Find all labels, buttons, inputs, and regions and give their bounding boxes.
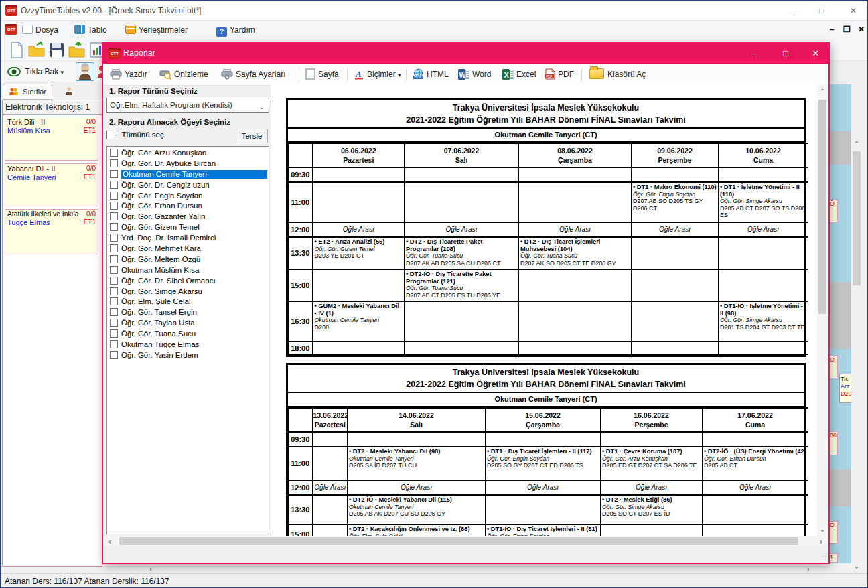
teacher-checkbox[interactable] bbox=[110, 266, 118, 274]
teacher-checkbox[interactable] bbox=[110, 234, 118, 242]
tikla-bak-button[interactable]: Tıkla Bak ▾ bbox=[5, 63, 69, 80]
preview-horizontal-scrollbar[interactable]: ‹ › bbox=[103, 536, 828, 546]
dialog-titlebar[interactable]: OTT Raporlar – □ ✕ bbox=[103, 44, 828, 64]
teacher-list-item[interactable]: Öğr. Gör. Erhan Dursun bbox=[107, 201, 269, 212]
teacher-list-item[interactable]: Öğr. Gör. Gazanfer Yalın bbox=[107, 212, 269, 222]
menu-yerlestirmeler[interactable]: Yerleştirmeler bbox=[125, 23, 188, 37]
teacher-checkbox[interactable] bbox=[110, 297, 118, 305]
teacher-list-item[interactable]: Öğr. Gör. Taylan Usta bbox=[107, 318, 269, 329]
teacher-list-item[interactable]: Öğr. Gör. Meltem Özgü bbox=[107, 254, 269, 265]
scrollbar-thumb[interactable] bbox=[818, 100, 826, 314]
excel-export-button[interactable]: XExcel bbox=[502, 66, 536, 83]
scroll-right-icon[interactable]: › bbox=[804, 565, 812, 573]
scroll-up-icon[interactable]: ⌃ bbox=[851, 140, 862, 147]
html-export-button[interactable]: HTMLHTML bbox=[413, 66, 449, 83]
teacher-checkbox[interactable] bbox=[110, 319, 118, 327]
scroll-right-icon[interactable]: › bbox=[818, 537, 824, 546]
report-type-select[interactable]: Öğr.Elm. Haftalık Program (Kendisi)⌄ bbox=[106, 98, 269, 113]
save-icon[interactable] bbox=[48, 41, 66, 59]
minimize-button[interactable]: — bbox=[786, 6, 798, 15]
course-card[interactable]: Türk Dili - II0/0 Müslüm KısaET1 bbox=[5, 117, 98, 161]
teacher-list-item[interactable]: Öğr. Gör. Dr. Aybüke Bircan bbox=[107, 159, 269, 169]
teacher-checkbox[interactable] bbox=[110, 340, 118, 348]
html-icon: HTML bbox=[413, 68, 424, 80]
word-export-button[interactable]: WWord bbox=[458, 66, 491, 83]
pdf-export-button[interactable]: PDFPDF bbox=[545, 66, 574, 83]
open-folder-icon[interactable] bbox=[27, 41, 46, 59]
page-setup-button[interactable]: Sayfa Ayarları bbox=[221, 66, 285, 83]
maximize-button[interactable]: □ bbox=[816, 6, 828, 15]
teacher-list-item[interactable]: Öğr. Gör. Dr. Sibel Ormancı bbox=[107, 276, 269, 287]
teacher-list-item[interactable]: Öğr. Gör. Yasin Erdem bbox=[107, 350, 269, 361]
tab-ogretim-elemanlari[interactable]: Öğretim El bbox=[60, 84, 102, 100]
mdi-restore-button[interactable]: ❐ bbox=[843, 25, 851, 34]
teacher-listbox[interactable]: Öğr. Gör. Arzu KonuşkanÖğr. Gör. Dr. Ayb… bbox=[106, 146, 269, 534]
teacher-checkbox[interactable] bbox=[110, 244, 118, 252]
close-button[interactable]: ✕ bbox=[847, 6, 859, 15]
teacher-list-item[interactable]: Öğr. Gör. Tansel Ergin bbox=[107, 307, 269, 318]
teacher-checkbox[interactable] bbox=[110, 181, 118, 189]
scrollbar-thumb[interactable] bbox=[119, 537, 798, 545]
teacher-list-item[interactable]: Yrd. Doç. Dr. İsmail Demirci bbox=[107, 233, 269, 244]
invert-selection-button[interactable]: Tersle bbox=[236, 129, 268, 143]
open-folder-button[interactable]: Klasörü Aç bbox=[589, 66, 646, 83]
teacher-list-item[interactable]: Öğr. Gör. Mehmet Kara bbox=[107, 244, 269, 254]
teacher-checkbox[interactable] bbox=[110, 255, 118, 263]
preview-button[interactable]: Önizleme bbox=[159, 66, 208, 83]
teacher-list-item[interactable]: Okutman Müslüm Kısa bbox=[107, 265, 269, 276]
teacher-list-item[interactable]: Öğr. Gör. Engin Soydan bbox=[107, 191, 269, 202]
page-button[interactable]: Sayfa bbox=[305, 66, 339, 83]
dialog-minimize-button[interactable]: – bbox=[746, 48, 761, 59]
menu-tablo[interactable]: Tablo bbox=[74, 23, 107, 37]
scroll-up-icon[interactable]: ⌃ bbox=[817, 88, 828, 95]
scroll-down-icon[interactable]: ⌄ bbox=[851, 563, 862, 570]
preview-vertical-scrollbar[interactable]: ⌃ ⌄ bbox=[817, 85, 828, 536]
teacher-view-button[interactable] bbox=[76, 62, 94, 81]
mdi-close-button[interactable]: ✕ bbox=[858, 25, 865, 34]
teacher-list-item[interactable]: Öğr. Elm. Şule Celal bbox=[107, 297, 269, 307]
teacher-checkbox[interactable] bbox=[110, 192, 118, 200]
scroll-left-icon[interactable]: ‹ bbox=[147, 565, 155, 573]
mdi-minimize-button[interactable]: – bbox=[830, 25, 835, 34]
course-card[interactable]: Yabancı Dil - II0/0 Cemile TanyeriET1 bbox=[5, 163, 98, 206]
resize-grip[interactable]: .:: bbox=[820, 554, 826, 561]
menu-dosya[interactable]: Dosya bbox=[22, 23, 58, 37]
teacher-checkbox[interactable] bbox=[110, 159, 118, 167]
teacher-checkbox[interactable] bbox=[110, 170, 118, 178]
teacher-list-item[interactable]: Okutman Cemile Tanyeri bbox=[107, 169, 269, 180]
print-preview-icon bbox=[159, 69, 171, 80]
course-card[interactable]: Atatürk İlkeleri ve İnkıla0/0 Tuğçe Elma… bbox=[5, 209, 98, 254]
teacher-checkbox[interactable] bbox=[110, 223, 118, 231]
new-file-icon[interactable] bbox=[7, 41, 25, 59]
teacher-list-item[interactable]: Okutman Tuğçe Elmas bbox=[107, 340, 269, 350]
teacher-checkbox[interactable] bbox=[110, 351, 118, 359]
select-all-checkbox[interactable] bbox=[106, 131, 115, 139]
formats-button[interactable]: ABiçimler ▾ bbox=[354, 66, 401, 83]
dialog-close-button[interactable]: ✕ bbox=[808, 48, 823, 59]
mdi-horizontal-scrollbar[interactable]: ‹ › bbox=[144, 563, 831, 573]
mdi-app-icon[interactable]: OTT bbox=[5, 24, 17, 35]
teacher-checkbox[interactable] bbox=[110, 308, 118, 316]
teacher-checkbox[interactable] bbox=[110, 329, 118, 338]
teacher-checkbox[interactable] bbox=[110, 287, 118, 295]
dialog-maximize-button[interactable]: □ bbox=[778, 48, 793, 59]
print-button[interactable]: Yazdır bbox=[110, 66, 147, 83]
teacher-list-item[interactable]: Öğr. Gör. Dr. Cengiz uzun bbox=[107, 180, 269, 191]
tab-siniflar[interactable]: Sınıflar bbox=[3, 84, 52, 100]
teacher-list-item[interactable]: Öğr. Gör. Tuana Sucu bbox=[107, 329, 269, 340]
mdi-vertical-scrollbar[interactable]: ⌃ ⌄ bbox=[851, 138, 862, 572]
scrollbar-thumb[interactable] bbox=[853, 151, 861, 285]
scroll-down-icon[interactable]: ⌄ bbox=[817, 526, 828, 533]
teacher-list-item[interactable]: Öğr. Gör. Simge Akarsu bbox=[107, 287, 269, 297]
teacher-checkbox[interactable] bbox=[110, 202, 118, 210]
exam-cell: • DT2-İÖ · Mesleki Yabancı Dil (115)Okut… bbox=[348, 495, 486, 524]
teacher-checkbox[interactable] bbox=[110, 149, 118, 157]
menu-yardim[interactable]: ?Yardım bbox=[216, 23, 255, 37]
teacher-list-item[interactable]: Öğr. Gör. Gizem Temel bbox=[107, 222, 269, 233]
class-header[interactable]: Elektronik Teknolojisi 1 bbox=[2, 100, 102, 115]
teacher-list-item[interactable]: Öğr. Gör. Arzu Konuşkan bbox=[107, 148, 269, 159]
scroll-left-icon[interactable]: ‹ bbox=[106, 537, 113, 546]
teacher-checkbox[interactable] bbox=[110, 277, 118, 285]
teacher-checkbox[interactable] bbox=[110, 212, 118, 220]
export-folder-icon[interactable] bbox=[68, 41, 86, 59]
